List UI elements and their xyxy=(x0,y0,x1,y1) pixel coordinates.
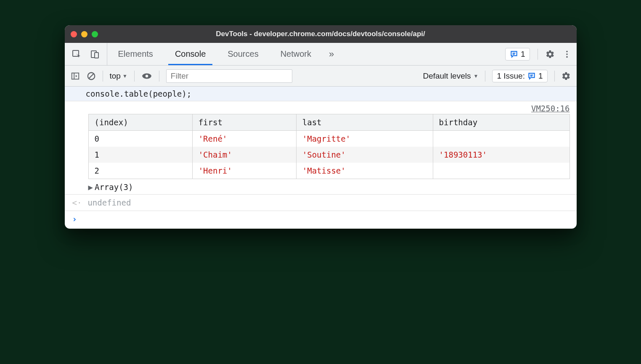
tabs-overflow-button[interactable]: » xyxy=(322,43,341,65)
return-value: undefined xyxy=(87,198,131,207)
message-icon xyxy=(510,50,518,58)
tab-network[interactable]: Network xyxy=(270,43,322,65)
devtools-window: DevTools - developer.chrome.com/docs/dev… xyxy=(65,25,577,229)
cell-birthday xyxy=(433,131,569,147)
cell-first: 'Chaim' xyxy=(192,147,296,163)
issues-count: 1 xyxy=(538,71,543,81)
device-toggle-icon[interactable] xyxy=(90,49,100,59)
table-row: 1 'Chaim' 'Soutine' '18930113' xyxy=(88,147,569,163)
cell-first: 'Henri' xyxy=(192,163,296,179)
divider xyxy=(554,71,555,82)
console-settings-icon[interactable] xyxy=(562,71,571,81)
issues-chip[interactable]: 1 Issue: 1 xyxy=(492,70,547,82)
divider xyxy=(103,71,103,82)
settings-icon[interactable] xyxy=(546,50,555,59)
prompt-icon: › xyxy=(72,214,77,224)
divider xyxy=(485,71,485,82)
cell-last: 'Magritte' xyxy=(296,131,433,147)
svg-line-12 xyxy=(89,74,93,78)
cell-birthday xyxy=(433,163,569,179)
svg-point-5 xyxy=(566,50,568,52)
console-toolbar: top ▼ Default levels ▼ 1 Issue: 1 xyxy=(65,66,577,87)
window-title: DevTools - developer.chrome.com/docs/dev… xyxy=(216,30,425,38)
messages-count: 1 xyxy=(521,50,525,59)
svg-rect-2 xyxy=(95,53,98,58)
inspect-element-icon[interactable] xyxy=(72,49,82,59)
table-row: 0 'René' 'Magritte' xyxy=(88,131,569,147)
cell-index: 0 xyxy=(88,131,192,147)
divider xyxy=(134,71,135,82)
context-selector[interactable]: top ▼ xyxy=(110,71,127,81)
return-arrow-icon: <· xyxy=(72,198,82,207)
live-expression-icon[interactable] xyxy=(141,71,152,82)
cell-index: 2 xyxy=(88,163,192,179)
cell-first: 'René' xyxy=(192,131,296,147)
filter-input[interactable] xyxy=(166,69,292,83)
table-row: 2 'Henri' 'Matisse' xyxy=(88,163,569,179)
inspect-tools xyxy=(65,43,107,65)
tabbar: Elements Console Sources Network » 1 xyxy=(65,43,577,66)
tab-sources[interactable]: Sources xyxy=(217,43,269,65)
chevron-down-icon: ▼ xyxy=(122,73,127,79)
cell-last: 'Matisse' xyxy=(296,163,433,179)
context-label: top xyxy=(110,71,121,81)
cell-index: 1 xyxy=(88,147,192,163)
titlebar: DevTools - developer.chrome.com/docs/dev… xyxy=(65,25,577,43)
console-prompt[interactable]: › xyxy=(65,211,577,229)
cell-birthday: '18930113' xyxy=(433,147,569,163)
levels-label: Default levels xyxy=(423,71,471,81)
chevron-double-right-icon: » xyxy=(329,49,334,60)
log-levels-selector[interactable]: Default levels ▼ xyxy=(423,71,478,81)
table-header-row: (index) first last birthday xyxy=(88,114,569,131)
tab-label: Sources xyxy=(228,49,258,59)
col-index[interactable]: (index) xyxy=(88,114,192,131)
console-table: (index) first last birthday 0 'René' 'Ma… xyxy=(65,114,577,181)
tab-label: Network xyxy=(281,49,311,59)
tabbar-right: 1 xyxy=(500,43,577,65)
close-window-button[interactable] xyxy=(71,31,77,37)
code-text: console.table(people); xyxy=(86,89,192,98)
col-first[interactable]: first xyxy=(192,114,296,131)
tab-label: Elements xyxy=(118,49,153,59)
messages-chip[interactable]: 1 xyxy=(505,48,530,61)
svg-point-14 xyxy=(146,74,148,77)
col-birthday[interactable]: birthday xyxy=(433,114,569,131)
minimize-window-button[interactable] xyxy=(81,31,87,37)
caret-right-icon: ▶ xyxy=(88,182,93,192)
chevron-down-icon: ▼ xyxy=(473,73,478,79)
svg-rect-8 xyxy=(72,73,79,79)
divider xyxy=(159,71,159,82)
console-output: console.table(people); VM250:16 (index) … xyxy=(65,87,577,229)
cell-last: 'Soutine' xyxy=(296,147,433,163)
array-expand-toggle[interactable]: ▶ Array(3) xyxy=(65,181,577,195)
clear-console-icon[interactable] xyxy=(87,71,96,81)
array-summary: Array(3) xyxy=(95,182,133,192)
return-value-row: <· undefined xyxy=(65,195,577,211)
panel-tabs: Elements Console Sources Network xyxy=(107,43,323,65)
toggle-sidebar-icon[interactable] xyxy=(71,71,80,81)
tab-console[interactable]: Console xyxy=(164,43,217,65)
console-input-echo: console.table(people); xyxy=(65,87,577,101)
svg-marker-10 xyxy=(75,75,77,77)
message-icon xyxy=(527,72,536,80)
issues-label: 1 Issue: xyxy=(497,71,525,81)
col-last[interactable]: last xyxy=(296,114,433,131)
divider xyxy=(538,49,538,60)
zoom-window-button[interactable] xyxy=(92,31,98,37)
svg-point-7 xyxy=(566,56,568,58)
svg-point-6 xyxy=(566,53,568,55)
more-icon[interactable] xyxy=(562,50,572,59)
tab-label: Console xyxy=(175,49,206,59)
traffic-lights xyxy=(71,31,98,37)
tab-elements[interactable]: Elements xyxy=(107,43,164,65)
source-link[interactable]: VM250:16 xyxy=(65,101,577,114)
